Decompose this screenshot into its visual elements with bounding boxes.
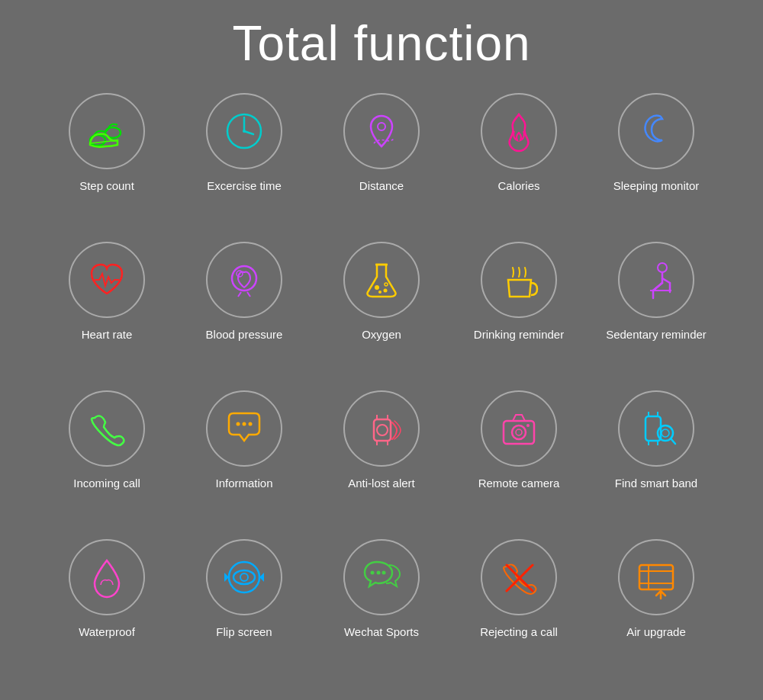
waterproof-icon	[84, 554, 130, 600]
svg-point-16	[658, 263, 667, 272]
svg-point-26	[377, 425, 388, 435]
label-calories: Calories	[497, 178, 539, 194]
label-distance: Distance	[359, 178, 404, 194]
icon-circle-distance	[343, 93, 420, 169]
icon-circle-information	[206, 390, 282, 467]
information-icon	[221, 406, 267, 451]
flip-screen-icon	[221, 554, 267, 600]
svg-point-28	[512, 425, 526, 439]
svg-rect-27	[504, 421, 534, 444]
svg-point-6	[378, 123, 385, 130]
step-count-icon	[84, 108, 130, 154]
item-step-count: Step count	[38, 87, 175, 236]
item-air-upgrade: Air upgrade	[588, 533, 725, 682]
svg-point-5	[243, 130, 246, 133]
wechat-sports-icon	[359, 554, 404, 600]
item-wechat-sports: Wechat Sports	[313, 533, 450, 682]
svg-point-29	[516, 429, 522, 435]
icon-circle-remote-camera	[481, 390, 557, 467]
label-flip-screen: Flip screen	[216, 625, 272, 640]
oxygen-icon	[359, 257, 404, 303]
icon-circle-calories	[481, 93, 557, 169]
svg-point-43	[371, 571, 375, 575]
label-oxygen: Oxygen	[362, 327, 401, 342]
icon-circle-anti-lost-alert	[343, 390, 420, 467]
item-oxygen: Oxygen	[313, 236, 450, 384]
label-exercise-time: Excercise time	[207, 178, 282, 194]
rejecting-call-icon	[496, 554, 542, 600]
features-grid: Step count Excercise time Distance	[38, 87, 725, 682]
icon-circle-heart-rate	[69, 242, 145, 318]
svg-point-15	[385, 283, 388, 286]
icon-circle-waterproof	[69, 539, 145, 615]
svg-line-37	[671, 438, 675, 444]
exercise-time-icon	[221, 108, 267, 154]
label-find-smart-band: Find smart band	[615, 476, 697, 491]
sleeping-monitor-icon	[633, 108, 679, 154]
item-waterproof: Waterproof	[38, 533, 175, 682]
label-anti-lost-alert: Anti-lost alert	[348, 476, 415, 491]
svg-line-8	[238, 292, 241, 297]
heart-rate-icon	[84, 257, 130, 303]
svg-point-13	[384, 289, 388, 293]
icon-circle-sedentary-reminder	[618, 242, 694, 318]
item-blood-pressure: Blood pressure	[175, 236, 313, 384]
sedentary-reminder-icon	[633, 257, 679, 303]
svg-point-30	[526, 424, 530, 427]
icon-circle-step-count	[69, 93, 145, 169]
label-incoming-call: Incoming call	[73, 476, 140, 491]
item-rejecting-call: Rejecting a call	[450, 533, 588, 682]
icon-circle-wechat-sports	[343, 539, 420, 615]
label-rejecting-call: Rejecting a call	[480, 625, 558, 640]
item-calories: Calories	[450, 87, 588, 236]
item-find-smart-band: Find smart band	[588, 384, 725, 533]
label-blood-pressure: Blood pressure	[206, 327, 283, 342]
page-title: Total function	[232, 15, 530, 72]
item-exercise-time: Excercise time	[175, 87, 313, 236]
icon-circle-oxygen	[343, 242, 420, 318]
svg-point-40	[240, 573, 248, 581]
label-step-count: Step count	[79, 178, 134, 194]
svg-point-19	[243, 422, 246, 426]
label-remote-camera: Remote camera	[478, 476, 560, 491]
label-information: Information	[215, 476, 272, 491]
icon-circle-blood-pressure	[206, 242, 282, 318]
label-wechat-sports: Wechat Sports	[344, 625, 419, 640]
item-information: Information	[175, 384, 313, 533]
svg-point-12	[375, 285, 379, 290]
blood-pressure-icon	[221, 257, 267, 303]
icon-circle-exercise-time	[206, 93, 282, 169]
icon-circle-flip-screen	[206, 539, 282, 615]
item-sedentary-reminder: Sedentary reminder	[588, 236, 725, 384]
drinking-reminder-icon	[496, 257, 542, 303]
label-waterproof: Waterproof	[79, 625, 135, 640]
svg-marker-42	[224, 573, 229, 582]
item-anti-lost-alert: Anti-lost alert	[313, 384, 450, 533]
item-sleeping-monitor: Sleeping monitor	[588, 87, 725, 236]
icon-circle-sleeping-monitor	[618, 93, 694, 169]
item-distance: Distance	[313, 87, 450, 236]
label-sedentary-reminder: Sedentary reminder	[606, 327, 707, 342]
item-flip-screen: Flip screen	[175, 533, 313, 682]
item-drinking-reminder: Drinking reminder	[450, 236, 588, 384]
item-remote-camera: Remote camera	[450, 384, 588, 533]
svg-point-39	[233, 570, 255, 584]
label-heart-rate: Heart rate	[82, 327, 133, 342]
remote-camera-icon	[496, 406, 542, 451]
icon-circle-rejecting-call	[481, 539, 557, 615]
item-heart-rate: Heart rate	[38, 236, 175, 384]
svg-rect-48	[639, 565, 673, 589]
svg-point-45	[382, 571, 386, 575]
svg-point-18	[237, 422, 240, 426]
svg-point-14	[378, 291, 382, 294]
label-sleeping-monitor: Sleeping monitor	[613, 178, 700, 194]
label-drinking-reminder: Drinking reminder	[474, 327, 564, 342]
icon-circle-drinking-reminder	[481, 242, 557, 318]
label-air-upgrade: Air upgrade	[626, 625, 686, 640]
svg-line-9	[247, 292, 250, 297]
distance-icon	[359, 108, 404, 154]
icon-circle-air-upgrade	[618, 539, 694, 615]
svg-point-38	[662, 429, 669, 437]
calories-icon	[496, 108, 542, 154]
find-smart-band-icon	[633, 406, 679, 451]
